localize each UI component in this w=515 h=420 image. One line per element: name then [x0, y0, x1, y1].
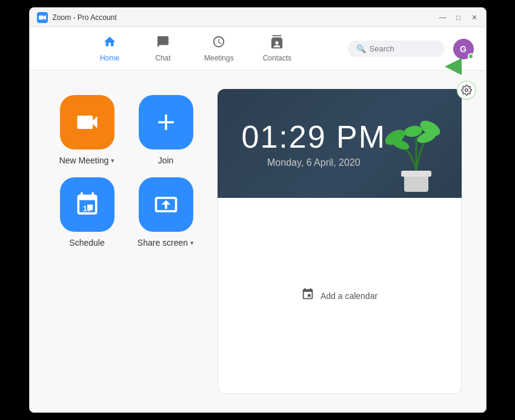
- meetings-icon: [212, 35, 225, 51]
- nav-contacts-label: Contacts: [263, 54, 291, 62]
- new-meeting-label: New Meeting ▾: [59, 156, 115, 165]
- online-status-dot: [468, 53, 474, 59]
- nav-meetings-label: Meetings: [204, 54, 234, 62]
- titlebar: Zoom - Pro Account — □ ✕: [30, 8, 486, 27]
- right-panel: 01:29 PM Monday, 6 April, 2020: [218, 89, 462, 394]
- clock-card: 01:29 PM Monday, 6 April, 2020: [218, 89, 462, 198]
- nav-meetings[interactable]: Meetings: [199, 33, 239, 65]
- svg-marker-1: [43, 15, 45, 20]
- nav-chat-label: Chat: [155, 54, 170, 62]
- schedule-button[interactable]: 19 Schedule: [54, 177, 121, 248]
- nav-chat[interactable]: Chat: [146, 33, 180, 65]
- new-meeting-icon-wrap: [60, 95, 115, 149]
- svg-rect-0: [39, 15, 44, 19]
- avatar-initial: G: [460, 44, 467, 54]
- chat-icon: [156, 35, 170, 51]
- clock-date: Monday, 6 April, 2020: [242, 157, 387, 168]
- svg-text:19: 19: [82, 204, 91, 213]
- share-screen-label: Share screen ▾: [138, 238, 194, 248]
- close-button[interactable]: ✕: [470, 13, 479, 22]
- share-screen-arrow: ▾: [190, 239, 194, 247]
- plant-decoration: [383, 101, 450, 198]
- main-content: New Meeting ▾ Join: [30, 71, 486, 412]
- nav-home[interactable]: Home: [93, 33, 127, 65]
- settings-button[interactable]: [457, 80, 476, 100]
- share-screen-icon-wrap: [139, 177, 193, 232]
- minimize-button[interactable]: —: [439, 13, 447, 22]
- search-box[interactable]: 🔍: [348, 41, 445, 57]
- svg-point-2: [465, 89, 468, 92]
- nav-items: Home Chat Meetings: [42, 33, 348, 65]
- calendar-icon: [301, 287, 314, 304]
- maximize-button[interactable]: □: [454, 13, 463, 22]
- home-icon: [103, 35, 116, 51]
- zoom-window: Zoom - Pro Account — □ ✕ Home: [29, 7, 487, 413]
- clock-display: 01:29 PM Monday, 6 April, 2020: [242, 119, 387, 168]
- zoom-logo: [37, 12, 48, 23]
- add-calendar-button[interactable]: Add a calendar: [301, 287, 377, 304]
- new-meeting-arrow: ▾: [111, 157, 115, 165]
- join-button[interactable]: Join: [133, 95, 199, 165]
- green-arrow: [445, 58, 462, 75]
- settings-arrow-indicator: [445, 58, 462, 75]
- add-calendar-label: Add a calendar: [321, 291, 377, 301]
- join-icon-wrap: [139, 95, 193, 149]
- share-screen-button[interactable]: Share screen ▾: [133, 177, 199, 248]
- nav-home-label: Home: [100, 54, 119, 62]
- window-controls: — □ ✕: [439, 13, 479, 22]
- calendar-card: Add a calendar: [218, 198, 462, 394]
- contacts-icon: [270, 35, 284, 51]
- svg-rect-5: [401, 171, 431, 177]
- nav-contacts[interactable]: Contacts: [258, 33, 296, 65]
- schedule-icon-wrap: 19: [60, 177, 115, 232]
- search-input[interactable]: [370, 44, 436, 53]
- search-icon: 🔍: [356, 44, 366, 53]
- join-label: Join: [158, 156, 174, 165]
- avatar[interactable]: G: [453, 39, 474, 59]
- clock-time: 01:29 PM: [242, 119, 387, 155]
- window-title: Zoom - Pro Account: [53, 13, 439, 22]
- navbar: Home Chat Meetings: [30, 27, 486, 71]
- schedule-label: Schedule: [69, 238, 104, 248]
- actions-grid: New Meeting ▾ Join: [54, 89, 199, 394]
- new-meeting-button[interactable]: New Meeting ▾: [54, 95, 121, 165]
